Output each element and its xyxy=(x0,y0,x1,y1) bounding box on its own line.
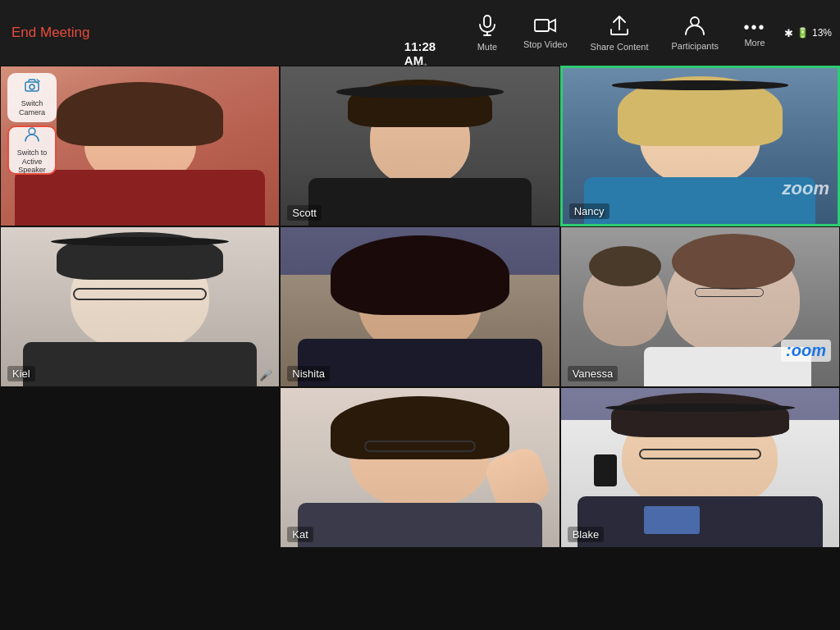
video-cell-blake: Blake xyxy=(560,387,840,548)
kiel-name-label: Kiel xyxy=(7,366,35,381)
nishita-name-label: Nishita xyxy=(287,366,330,381)
stop-video-label: Stop Video xyxy=(523,39,568,49)
participants-button[interactable]: Participants xyxy=(660,11,729,56)
more-dots-icon: ••• xyxy=(743,19,765,35)
stop-video-button[interactable]: Stop Video xyxy=(512,12,579,54)
svg-point-7 xyxy=(29,128,35,135)
battery-level: 13% xyxy=(812,27,832,39)
video-cell-vanessa: :oom Vanessa xyxy=(560,226,840,387)
participants-label: Participants xyxy=(671,41,718,51)
switch-camera-label: Switch Camera xyxy=(7,99,57,117)
video-cell-nishita: Nishita xyxy=(280,226,559,387)
video-cell-kiel: Kiel 🎤 xyxy=(0,226,280,387)
camera-controls: Switch Camera Switch to Active Speaker xyxy=(7,73,57,175)
mic-off-icon-kiel: 🎤 xyxy=(259,369,272,381)
share-content-button[interactable]: Share Content xyxy=(579,10,660,57)
more-label: More xyxy=(744,38,765,48)
video-cell-scott: Scott xyxy=(280,66,559,226)
vanessa-name-label: Vanessa xyxy=(568,366,619,381)
end-meeting-button[interactable]: End Meeting xyxy=(8,18,93,48)
mute-label: Mute xyxy=(477,42,497,52)
video-grid: Switch Camera Switch to Active Speaker xyxy=(0,66,840,630)
svg-point-6 xyxy=(30,84,34,89)
svg-rect-3 xyxy=(535,20,549,31)
svg-point-4 xyxy=(691,17,699,25)
scott-name-label: Scott xyxy=(287,205,322,221)
zoom-logo-vanessa: :oom xyxy=(781,340,831,362)
camera-flip-icon xyxy=(23,78,41,97)
person-view-icon xyxy=(23,126,41,146)
share-content-label: Share Content xyxy=(591,42,649,52)
share-icon xyxy=(609,15,629,39)
nancy-name-label: Nancy xyxy=(569,203,609,219)
bluetooth-icon: ✱ xyxy=(784,27,793,39)
participants-icon xyxy=(683,16,706,39)
video-cell-nancy: zoom Nancy xyxy=(560,66,840,226)
microphone-icon xyxy=(478,15,496,39)
svg-rect-0 xyxy=(484,16,491,27)
battery-icon: 🔋 xyxy=(797,27,809,39)
ka-name-label: Ka﻿t xyxy=(287,527,313,542)
video-cell-ka: Ka﻿t xyxy=(280,387,559,548)
mute-button[interactable]: Mute xyxy=(463,10,512,57)
top-bar: End Meeting 11:28 AM *** *** *** Mute xyxy=(0,0,840,66)
video-cell-local: Switch Camera Switch to Active Speaker xyxy=(0,66,280,226)
switch-camera-button[interactable]: Switch Camera xyxy=(7,73,57,122)
blake-name-label: Blake xyxy=(568,527,605,542)
empty-cell-left xyxy=(0,387,280,548)
zoom-watermark-nancy: zoom xyxy=(783,178,829,199)
switch-speaker-label: Switch to Active Speaker xyxy=(9,148,55,175)
more-button[interactable]: ••• More xyxy=(730,14,779,52)
switch-active-speaker-button[interactable]: Switch to Active Speaker xyxy=(7,126,57,175)
video-camera-icon xyxy=(534,17,557,37)
